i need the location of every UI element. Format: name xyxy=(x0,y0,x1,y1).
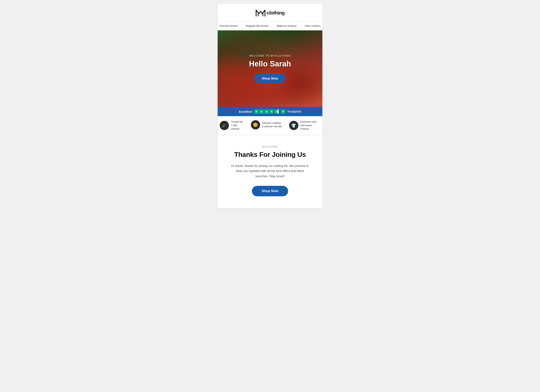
feature-sizes-text: Extensive size and colour choices xyxy=(300,120,320,131)
star-2: ★ xyxy=(259,109,264,114)
logo: clothing xyxy=(255,9,285,17)
nav-register-my-school[interactable]: Register My School xyxy=(242,21,273,30)
trustpilot-excellent-label: Excellent xyxy=(239,110,252,113)
logo-icon xyxy=(255,9,266,17)
welcome-label: WELCOME xyxy=(230,145,310,148)
features-bar: 🎓 Trusted by 7,656 schools 😊 Industry Le… xyxy=(218,116,322,135)
feature-sizes: 👕 Extensive size and colour choices xyxy=(289,120,320,131)
trustpilot-tp-icon: ✦ xyxy=(281,109,285,114)
hero-subtitle: WELCOME TO MYCLOTHING xyxy=(249,54,291,57)
feature-schools-text: Trusted by 7,656 schools xyxy=(231,120,245,131)
star-4: ★ xyxy=(269,109,274,114)
feature-service-icon: 😊 xyxy=(251,120,260,130)
hero-section: WELCOME TO MYCLOTHING Hello Sarah Shop N… xyxy=(218,30,322,107)
trustpilot-logo-text: Trustpilot xyxy=(287,110,301,113)
hero-content: WELCOME TO MYCLOTHING Hello Sarah Shop N… xyxy=(218,30,322,107)
welcome-body-text: Hi Sarah, thanks for joining our mailing… xyxy=(230,163,310,179)
feature-schools-icon: 🎓 xyxy=(220,121,229,130)
welcome-shop-now-button[interactable]: Shop Now xyxy=(252,186,288,196)
star-3: ★ xyxy=(264,109,269,114)
navigation: Find My School Register My School Make A… xyxy=(218,21,322,30)
welcome-title: Thanks For Joining Us xyxy=(230,151,310,158)
trustpilot-stars: ★ ★ ★ ★ ★ xyxy=(254,109,279,114)
hero-title: Hello Sarah xyxy=(249,60,291,68)
welcome-section: WELCOME Thanks For Joining Us Hi Sarah, … xyxy=(218,135,322,209)
logo-text-label: clothing xyxy=(267,10,285,16)
feature-service: 😊 Industry Leading Customer Service xyxy=(251,120,283,130)
star-5-half: ★ xyxy=(275,109,279,114)
nav-find-my-school[interactable]: Find My School xyxy=(218,21,242,30)
email-container: clothing Find My School Register My Scho… xyxy=(218,4,322,208)
hero-shop-now-button[interactable]: Shop Now xyxy=(255,74,285,83)
feature-service-text: Industry Leading Customer Service xyxy=(262,121,283,128)
feature-schools: 🎓 Trusted by 7,656 schools xyxy=(220,120,245,131)
trustpilot-bar: Excellent ★ ★ ★ ★ ★ ✦ Trustpilot xyxy=(218,107,322,116)
nav-plain-uniform[interactable]: Plain Uniform xyxy=(301,21,322,30)
feature-sizes-icon: 👕 xyxy=(289,121,298,130)
nav-make-an-enquiry[interactable]: Make An Enquiry xyxy=(273,21,301,30)
header: clothing xyxy=(218,4,322,21)
star-1: ★ xyxy=(254,109,259,114)
